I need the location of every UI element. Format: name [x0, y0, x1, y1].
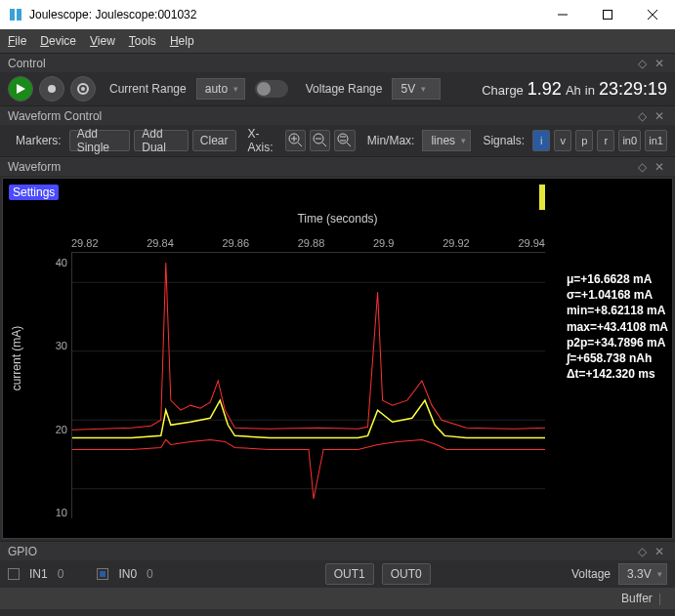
close-button[interactable] [630, 0, 675, 29]
minmax-label: Min/Max: [367, 134, 415, 147]
panel-close-icon[interactable]: ✕ [652, 545, 667, 558]
menu-tools[interactable]: Tools [129, 34, 156, 48]
cursor-marker[interactable] [539, 185, 545, 210]
chevron-down-icon: ▾ [421, 84, 426, 94]
in0-label: IN0 [118, 567, 137, 581]
chevron-down-icon: ▾ [233, 84, 238, 94]
svg-line-18 [347, 143, 351, 146]
markers-label: Markers: [16, 134, 62, 147]
play-button[interactable] [8, 76, 33, 102]
in0-checkbox[interactable] [97, 568, 108, 580]
minimize-button[interactable] [540, 0, 585, 29]
svg-point-9 [81, 87, 85, 91]
titlebar: Joulescope: Joulescope:001032 [0, 0, 675, 29]
svg-marker-6 [17, 84, 25, 94]
charge-display: Charge 1.92 Ah in 23:29:19 [482, 79, 667, 100]
maximize-button[interactable] [585, 0, 630, 29]
panel-title: Control [8, 57, 46, 70]
in1-value: 0 [58, 567, 64, 581]
control-panel-header: Control ◇ ✕ [0, 53, 675, 72]
x-ticks: 29.8229.8429.8629.8829.929.9229.94 [71, 237, 545, 251]
y-axis-label: current (mA) [10, 326, 23, 391]
menu-file[interactable]: File [8, 34, 26, 48]
voltage-combo[interactable]: 3.3V▾ [618, 563, 667, 585]
panel-undock-icon[interactable]: ◇ [634, 57, 650, 70]
menu-device[interactable]: Device [40, 34, 76, 48]
status-bar: Buffer | [0, 588, 675, 609]
out1-button[interactable]: OUT1 [325, 563, 374, 585]
zoom-in-button[interactable] [285, 130, 306, 151]
gpio-row: IN1 0 IN0 0 OUT1 OUT0 Voltage 3.3V▾ [0, 560, 675, 588]
clear-button[interactable]: Clear [192, 130, 236, 151]
svg-point-17 [338, 134, 348, 144]
signal-in1-button[interactable]: in1 [645, 130, 667, 151]
signal-v-button[interactable]: v [554, 130, 571, 151]
chevron-down-icon: ▾ [461, 136, 466, 145]
app-logo-icon [8, 7, 23, 22]
waveform-area[interactable]: Settings Time (seconds) current (mA) 29.… [2, 178, 673, 539]
signal-p-button[interactable]: p [575, 130, 593, 151]
plot-area[interactable] [71, 252, 545, 518]
panel-undock-icon[interactable]: ◇ [634, 545, 650, 558]
gpio-header: GPIO ◇ ✕ [0, 541, 675, 560]
current-range-combo[interactable]: auto▾ [196, 78, 245, 100]
stats-overlay: μ=+16.6628 mA σ=+1.04168 mA min=+8.62118… [567, 271, 668, 382]
y-ticks: 40302010 [42, 257, 67, 518]
add-single-button[interactable]: Add Single [69, 130, 131, 151]
enable-toggle[interactable] [255, 80, 288, 98]
separator: | [658, 592, 661, 605]
in1-checkbox[interactable] [8, 568, 20, 580]
panel-undock-icon[interactable]: ◇ [634, 109, 650, 123]
control-row: Current Range auto▾ Voltage Range 5V▾ Ch… [0, 72, 675, 105]
voltage-range-combo[interactable]: 5V▾ [392, 78, 441, 100]
buffer-label: Buffer [621, 592, 653, 605]
svg-line-11 [298, 143, 302, 146]
chevron-down-icon: ▾ [657, 569, 662, 579]
panel-title: Waveform Control [8, 109, 102, 123]
panel-close-icon[interactable]: ✕ [652, 160, 667, 174]
zoom-fit-button[interactable] [334, 130, 355, 151]
voltage-label: Voltage [571, 567, 611, 581]
minmax-combo[interactable]: lines▾ [422, 130, 471, 151]
in0-value: 0 [147, 567, 153, 581]
current-range-label: Current Range [109, 82, 187, 96]
panel-close-icon[interactable]: ✕ [652, 109, 667, 123]
zoom-out-button[interactable] [310, 130, 330, 151]
waveform-control-row: Markers: Add Single Add Dual Clear X-Axi… [0, 125, 675, 156]
svg-point-7 [48, 85, 56, 93]
menu-help[interactable]: Help [170, 34, 194, 48]
signals-label: Signals: [483, 134, 525, 147]
menu-view[interactable]: View [90, 34, 115, 48]
in1-label: IN1 [29, 567, 48, 581]
svg-rect-3 [604, 11, 612, 20]
waveform-header: Waveform ◇ ✕ [0, 156, 675, 176]
add-dual-button[interactable]: Add Dual [134, 130, 189, 151]
waveform-control-header: Waveform Control ◇ ✕ [0, 105, 675, 125]
svg-line-15 [322, 143, 326, 146]
window-title: Joulescope: Joulescope:001032 [29, 8, 196, 21]
panel-close-icon[interactable]: ✕ [652, 57, 667, 70]
out0-button[interactable]: OUT0 [382, 563, 431, 585]
signal-in0-button[interactable]: in0 [618, 130, 641, 151]
xaxis-label: X-Axis: [248, 127, 277, 154]
panel-title: Waveform [8, 160, 61, 174]
svg-rect-1 [17, 9, 21, 21]
settings-button[interactable]: Settings [9, 185, 59, 200]
panel-title: GPIO [8, 545, 37, 558]
menubar: File Device View Tools Help [0, 29, 675, 53]
svg-rect-0 [10, 9, 15, 21]
record-stats-button[interactable] [70, 76, 96, 102]
voltage-range-label: Voltage Range [306, 82, 383, 96]
signal-i-button[interactable]: i [532, 130, 550, 151]
record-button[interactable] [39, 76, 64, 102]
chart-title: Time (seconds) [297, 212, 377, 226]
signal-r-button[interactable]: r [597, 130, 614, 151]
panel-undock-icon[interactable]: ◇ [634, 160, 650, 174]
